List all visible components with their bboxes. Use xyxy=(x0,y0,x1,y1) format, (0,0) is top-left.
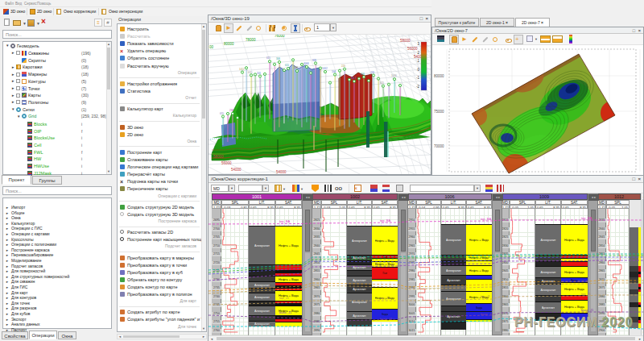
svg-text:306: 306 xyxy=(276,57,280,60)
svg-text:926: 926 xyxy=(312,59,316,62)
svg-text:80000: 80000 xyxy=(224,42,234,46)
svg-text:75000: 75000 xyxy=(434,110,444,114)
svg-text:00: 00 xyxy=(209,45,214,49)
svg-text:1006: 1006 xyxy=(391,74,397,77)
svg-text:76000: 76000 xyxy=(275,35,285,38)
svg-text:58000: 58000 xyxy=(400,39,411,43)
svg-text:615: 615 xyxy=(285,64,289,67)
svg-text:298: 298 xyxy=(229,109,233,112)
svg-text:4006: 4006 xyxy=(303,62,309,65)
svg-text:615: 615 xyxy=(248,71,252,74)
svg-text:615: 615 xyxy=(380,81,384,85)
svg-text:-1: -1 xyxy=(416,76,419,80)
svg-text:615: 615 xyxy=(266,56,270,60)
svg-text:58000: 58000 xyxy=(213,155,224,159)
svg-text:104: 104 xyxy=(332,70,336,73)
svg-text:615: 615 xyxy=(220,112,224,115)
svg-text:201: 201 xyxy=(257,72,261,75)
svg-text:70000: 70000 xyxy=(434,144,444,148)
svg-text:80000: 80000 xyxy=(434,74,444,78)
svg-text:54000: 54000 xyxy=(231,168,242,172)
svg-text:220: 220 xyxy=(341,64,345,68)
svg-text:1012: 1012 xyxy=(322,67,328,70)
svg-text:220: 220 xyxy=(370,71,374,74)
svg-text:56000: 56000 xyxy=(407,47,418,51)
svg-text:56000: 56000 xyxy=(221,161,232,165)
svg-text:1012: 1012 xyxy=(239,68,245,71)
svg-text:54000: 54000 xyxy=(276,170,287,174)
svg-text:78000: 78000 xyxy=(246,38,256,42)
svg-text:201: 201 xyxy=(361,73,365,76)
svg-text:3017: 3017 xyxy=(351,77,357,80)
svg-text:-2: -2 xyxy=(416,85,419,89)
svg-text:104: 104 xyxy=(294,66,298,69)
